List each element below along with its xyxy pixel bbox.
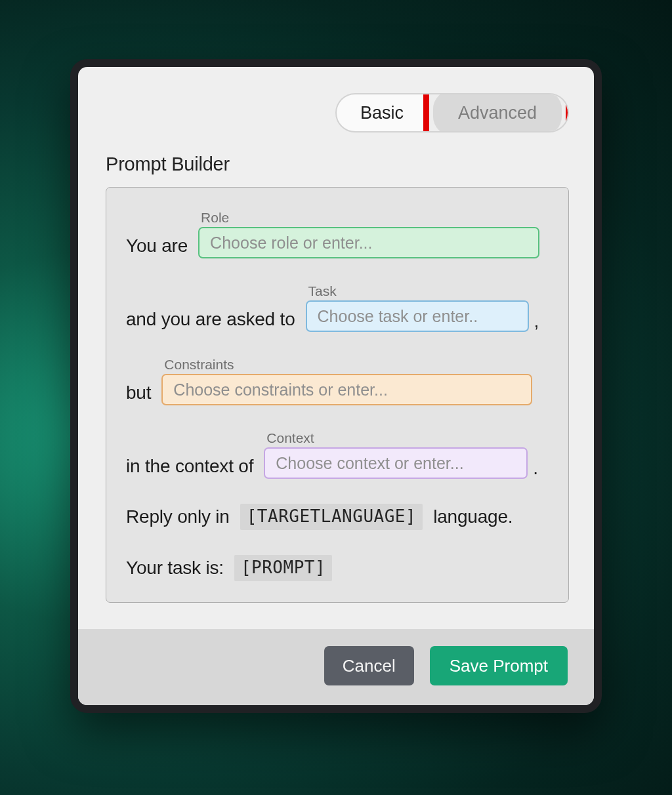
cancel-button[interactable]: Cancel bbox=[324, 646, 414, 685]
row-language: Reply only in [TARGETLANGUAGE] language. bbox=[126, 504, 549, 530]
constraints-input[interactable]: Choose constraints or enter... bbox=[161, 374, 532, 405]
text-language-suffix: language. bbox=[433, 504, 513, 529]
field-wrap-task: Task Choose task or enter.. bbox=[306, 283, 529, 332]
text-you-are: You are bbox=[126, 233, 188, 258]
tab-advanced-highlight: Advanced bbox=[423, 93, 569, 132]
row-role: You are Role Choose role or enter... bbox=[126, 210, 549, 258]
period-after-context: . bbox=[533, 458, 538, 479]
prompt-builder-panel: You are Role Choose role or enter... and… bbox=[106, 187, 569, 603]
text-reply-only-in: Reply only in bbox=[126, 504, 230, 529]
tab-basic[interactable]: Basic bbox=[337, 94, 427, 131]
text-but: but bbox=[126, 380, 151, 405]
modal-window: Basic Advanced Prompt Builder You are Ro… bbox=[70, 59, 602, 713]
row-task: and you are asked to Task Choose task or… bbox=[126, 283, 549, 332]
tab-advanced[interactable]: Advanced bbox=[433, 93, 562, 132]
comma-after-task: , bbox=[534, 311, 539, 332]
field-wrap-role: Role Choose role or enter... bbox=[198, 210, 539, 258]
context-input[interactable]: Choose context or enter... bbox=[264, 447, 528, 479]
field-wrap-context: Context Choose context or enter... bbox=[264, 430, 528, 479]
label-constraints: Constraints bbox=[164, 357, 532, 373]
row-context: in the context of Context Choose context… bbox=[126, 430, 549, 479]
label-role: Role bbox=[201, 210, 539, 226]
text-asked-to: and you are asked to bbox=[126, 306, 295, 332]
token-target-language: [TARGETLANGUAGE] bbox=[240, 504, 423, 530]
modal-footer: Cancel Save Prompt bbox=[78, 629, 594, 705]
token-prompt: [PROMPT] bbox=[234, 555, 332, 581]
save-prompt-button[interactable]: Save Prompt bbox=[430, 646, 568, 685]
tab-group: Basic Advanced bbox=[335, 93, 569, 132]
role-input[interactable]: Choose role or enter... bbox=[198, 227, 539, 258]
modal-content: Basic Advanced Prompt Builder You are Ro… bbox=[78, 67, 594, 629]
section-title: Prompt Builder bbox=[106, 153, 569, 175]
tab-area: Basic Advanced bbox=[106, 93, 569, 132]
label-context: Context bbox=[266, 430, 528, 446]
modal-inner: Basic Advanced Prompt Builder You are Ro… bbox=[78, 67, 594, 705]
row-constraints: but Constraints Choose constraints or en… bbox=[126, 357, 549, 405]
label-task: Task bbox=[308, 283, 529, 299]
field-wrap-constraints: Constraints Choose constraints or enter.… bbox=[161, 357, 532, 405]
row-task-is: Your task is: [PROMPT] bbox=[126, 555, 549, 581]
text-your-task-is: Your task is: bbox=[126, 555, 224, 581]
task-input[interactable]: Choose task or enter.. bbox=[306, 300, 529, 332]
text-context-of: in the context of bbox=[126, 453, 253, 479]
